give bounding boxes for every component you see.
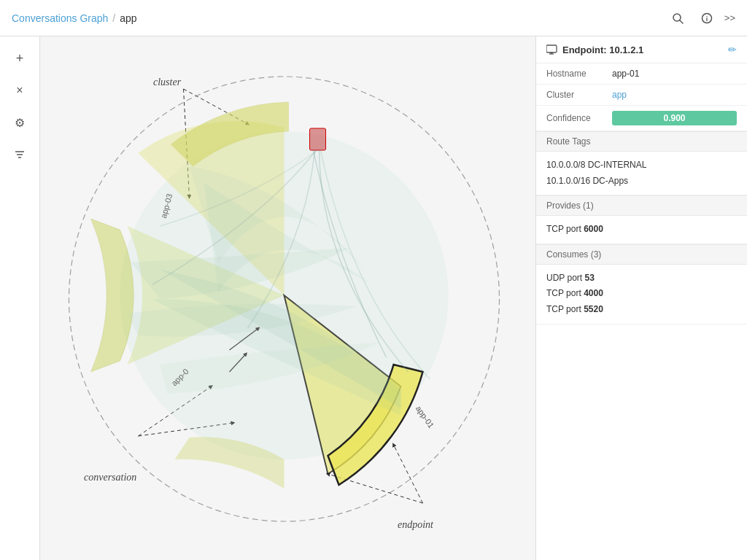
zoom-in-button[interactable]: + bbox=[7, 45, 33, 71]
provides-value: TCP port 6000 bbox=[546, 222, 737, 238]
panel-header: Endpoint: 10.1.2.1 ✏ bbox=[536, 36, 747, 63]
edit-button[interactable]: ✏ bbox=[728, 44, 737, 55]
label-endpoint: endpoint bbox=[398, 519, 433, 531]
right-panel: Endpoint: 10.1.2.1 ✏ Hostname app-01 Clu… bbox=[535, 36, 747, 560]
consumes-content: UDP port 53 TCP port 4000 TCP port 5520 bbox=[536, 265, 747, 324]
header: Conversations Graph / app i >> bbox=[0, 0, 747, 36]
info-button[interactable]: i bbox=[695, 7, 719, 30]
confidence-row: Confidence 0.900 bbox=[536, 106, 747, 131]
settings-button[interactable]: ⚙ bbox=[7, 109, 33, 136]
filter-icon bbox=[15, 149, 25, 160]
label-cluster: cluster bbox=[153, 77, 181, 88]
label-conversation: conversation bbox=[84, 472, 136, 483]
consumes-item-1: UDP port 53 bbox=[546, 271, 737, 287]
svg-rect-15 bbox=[310, 128, 326, 150]
panel-title: Endpoint: 10.1.2.1 bbox=[546, 44, 643, 55]
hostname-value: app-01 bbox=[612, 69, 639, 79]
arc-label-app01: app-01 bbox=[414, 404, 436, 429]
route-tags-content: 10.0.0.0/8 DC-INTERNAL 10.1.0.0/16 DC-Ap… bbox=[536, 152, 747, 195]
more-button[interactable]: >> bbox=[724, 12, 735, 23]
info-icon: i bbox=[701, 12, 713, 24]
main-content: + × ⚙ cluster conversation endpoint bbox=[0, 36, 747, 560]
header-icons: i >> bbox=[666, 7, 735, 30]
breadcrumb: Conversations Graph / app bbox=[12, 12, 137, 24]
app-frame: Conversations Graph / app i >> + bbox=[0, 0, 747, 560]
confidence-badge: 0.900 bbox=[612, 111, 737, 125]
graph-area[interactable]: cluster conversation endpoint bbox=[40, 36, 535, 560]
provides-content: TCP port 6000 bbox=[536, 216, 747, 244]
route-tag-1: 10.0.0.0/8 DC-INTERNAL bbox=[546, 158, 737, 174]
svg-rect-18 bbox=[546, 45, 557, 52]
search-button[interactable] bbox=[666, 7, 689, 30]
consumes-header: Consumes (3) bbox=[536, 244, 747, 265]
zoom-reset-button[interactable]: × bbox=[7, 77, 33, 104]
toolbar: + × ⚙ bbox=[0, 36, 40, 560]
svg-line-1 bbox=[680, 20, 683, 23]
breadcrumb-link[interactable]: Conversations Graph bbox=[12, 12, 108, 24]
cluster-row: Cluster app bbox=[536, 85, 747, 106]
search-icon bbox=[672, 12, 684, 24]
cluster-value[interactable]: app bbox=[612, 90, 627, 100]
consumes-item-3: TCP port 5520 bbox=[546, 302, 737, 318]
breadcrumb-current: app bbox=[120, 12, 136, 24]
endpoint-icon bbox=[546, 44, 558, 55]
confidence-label: Confidence bbox=[546, 113, 612, 123]
hostname-row: Hostname app-01 bbox=[536, 63, 747, 85]
provides-header: Provides (1) bbox=[536, 195, 747, 216]
svg-line-11 bbox=[394, 445, 423, 503]
consumes-item-2: TCP port 4000 bbox=[546, 286, 737, 302]
route-tags-header: Route Tags bbox=[536, 131, 747, 152]
hostname-label: Hostname bbox=[546, 69, 612, 79]
svg-text:i: i bbox=[706, 15, 708, 23]
route-tag-2: 10.1.0.0/16 DC-Apps bbox=[546, 174, 737, 190]
filter-button[interactable] bbox=[7, 141, 33, 168]
breadcrumb-separator: / bbox=[112, 12, 115, 24]
cluster-label: Cluster bbox=[546, 90, 612, 100]
